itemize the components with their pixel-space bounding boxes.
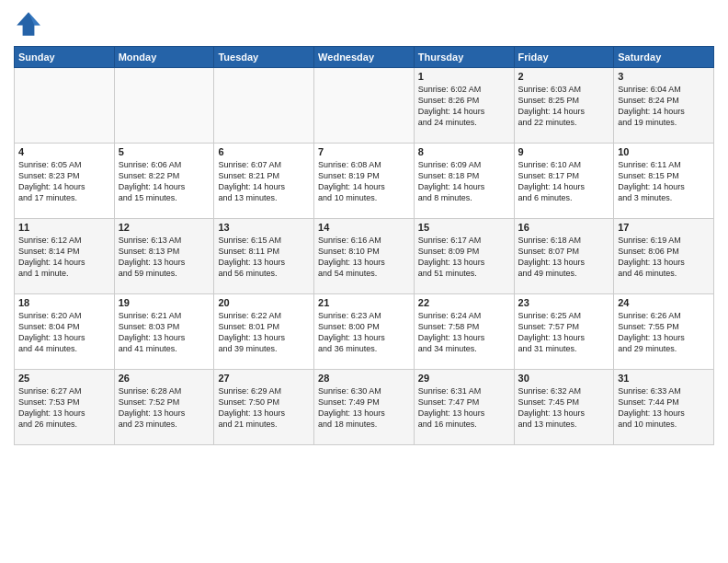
page-container: SundayMondayTuesdayWednesdayThursdayFrid… — [0, 0, 728, 454]
calendar-cell: 1Sunrise: 6:02 AM Sunset: 8:26 PM Daylig… — [414, 68, 514, 144]
cell-content: Sunrise: 6:13 AM Sunset: 8:13 PM Dayligh… — [119, 235, 210, 280]
calendar-cell — [214, 68, 314, 144]
day-number: 8 — [418, 146, 510, 157]
calendar-week-5: 25Sunrise: 6:27 AM Sunset: 7:53 PM Dayli… — [15, 370, 714, 445]
cell-content: Sunrise: 6:08 AM Sunset: 8:19 PM Dayligh… — [318, 159, 410, 204]
calendar-cell: 8Sunrise: 6:09 AM Sunset: 8:18 PM Daylig… — [414, 144, 514, 219]
cell-content: Sunrise: 6:29 AM Sunset: 7:50 PM Dayligh… — [218, 385, 310, 431]
header-cell-sunday: Sunday — [15, 47, 115, 68]
cell-content: Sunrise: 6:10 AM Sunset: 8:17 PM Dayligh… — [518, 159, 610, 204]
day-number: 1 — [418, 71, 510, 82]
calendar-cell — [15, 68, 115, 144]
page-header — [14, 9, 714, 39]
calendar-table: SundayMondayTuesdayWednesdayThursdayFrid… — [14, 46, 714, 445]
calendar-cell: 9Sunrise: 6:10 AM Sunset: 8:17 PM Daylig… — [514, 144, 614, 219]
day-number: 26 — [119, 373, 210, 384]
calendar-cell: 13Sunrise: 6:15 AM Sunset: 8:11 PM Dayli… — [214, 219, 314, 294]
cell-content: Sunrise: 6:18 AM Sunset: 8:07 PM Dayligh… — [518, 235, 610, 280]
day-number: 16 — [518, 222, 610, 233]
header-row: SundayMondayTuesdayWednesdayThursdayFrid… — [15, 47, 714, 68]
calendar-cell: 22Sunrise: 6:24 AM Sunset: 7:58 PM Dayli… — [414, 294, 514, 370]
header-cell-thursday: Thursday — [414, 47, 514, 68]
header-cell-wednesday: Wednesday — [314, 47, 415, 68]
calendar-cell: 31Sunrise: 6:33 AM Sunset: 7:44 PM Dayli… — [614, 370, 714, 445]
cell-content: Sunrise: 6:32 AM Sunset: 7:45 PM Dayligh… — [518, 385, 610, 431]
day-number: 23 — [518, 297, 610, 308]
day-number: 20 — [218, 297, 310, 308]
calendar-week-3: 11Sunrise: 6:12 AM Sunset: 8:14 PM Dayli… — [15, 219, 714, 294]
cell-content: Sunrise: 6:26 AM Sunset: 7:55 PM Dayligh… — [618, 310, 710, 355]
logo — [14, 9, 47, 39]
cell-content: Sunrise: 6:22 AM Sunset: 8:01 PM Dayligh… — [218, 310, 310, 355]
calendar-cell: 26Sunrise: 6:28 AM Sunset: 7:52 PM Dayli… — [114, 370, 214, 445]
calendar-cell: 6Sunrise: 6:07 AM Sunset: 8:21 PM Daylig… — [214, 144, 314, 219]
calendar-week-4: 18Sunrise: 6:20 AM Sunset: 8:04 PM Dayli… — [15, 294, 714, 370]
day-number: 22 — [418, 297, 510, 308]
day-number: 3 — [618, 71, 710, 82]
calendar-cell: 18Sunrise: 6:20 AM Sunset: 8:04 PM Dayli… — [15, 294, 115, 370]
calendar-cell: 12Sunrise: 6:13 AM Sunset: 8:13 PM Dayli… — [114, 219, 214, 294]
calendar-cell: 4Sunrise: 6:05 AM Sunset: 8:23 PM Daylig… — [15, 144, 115, 219]
day-number: 25 — [18, 373, 110, 384]
cell-content: Sunrise: 6:06 AM Sunset: 8:22 PM Dayligh… — [119, 159, 210, 204]
cell-content: Sunrise: 6:11 AM Sunset: 8:15 PM Dayligh… — [618, 159, 710, 204]
calendar-cell: 24Sunrise: 6:26 AM Sunset: 7:55 PM Dayli… — [614, 294, 714, 370]
calendar-cell: 3Sunrise: 6:04 AM Sunset: 8:24 PM Daylig… — [614, 68, 714, 144]
calendar-cell: 15Sunrise: 6:17 AM Sunset: 8:09 PM Dayli… — [414, 219, 514, 294]
calendar-cell: 14Sunrise: 6:16 AM Sunset: 8:10 PM Dayli… — [314, 219, 415, 294]
cell-content: Sunrise: 6:05 AM Sunset: 8:23 PM Dayligh… — [18, 159, 110, 204]
calendar-cell: 20Sunrise: 6:22 AM Sunset: 8:01 PM Dayli… — [214, 294, 314, 370]
cell-content: Sunrise: 6:19 AM Sunset: 8:06 PM Dayligh… — [618, 235, 710, 280]
cell-content: Sunrise: 6:02 AM Sunset: 8:26 PM Dayligh… — [418, 84, 510, 129]
cell-content: Sunrise: 6:16 AM Sunset: 8:10 PM Dayligh… — [318, 235, 410, 280]
day-number: 31 — [618, 373, 710, 384]
cell-content: Sunrise: 6:28 AM Sunset: 7:52 PM Dayligh… — [119, 385, 210, 431]
calendar-cell: 25Sunrise: 6:27 AM Sunset: 7:53 PM Dayli… — [15, 370, 115, 445]
day-number: 29 — [418, 373, 510, 384]
calendar-cell — [314, 68, 415, 144]
day-number: 28 — [318, 373, 410, 384]
day-number: 12 — [119, 222, 210, 233]
day-number: 18 — [18, 297, 110, 308]
calendar-cell: 17Sunrise: 6:19 AM Sunset: 8:06 PM Dayli… — [614, 219, 714, 294]
cell-content: Sunrise: 6:17 AM Sunset: 8:09 PM Dayligh… — [418, 235, 510, 280]
day-number: 11 — [18, 222, 110, 233]
calendar-cell: 30Sunrise: 6:32 AM Sunset: 7:45 PM Dayli… — [514, 370, 614, 445]
day-number: 13 — [218, 222, 310, 233]
cell-content: Sunrise: 6:27 AM Sunset: 7:53 PM Dayligh… — [18, 385, 110, 431]
cell-content: Sunrise: 6:07 AM Sunset: 8:21 PM Dayligh… — [218, 159, 310, 204]
day-number: 15 — [418, 222, 510, 233]
calendar-cell: 10Sunrise: 6:11 AM Sunset: 8:15 PM Dayli… — [614, 144, 714, 219]
day-number: 24 — [618, 297, 710, 308]
calendar-cell: 29Sunrise: 6:31 AM Sunset: 7:47 PM Dayli… — [414, 370, 514, 445]
cell-content: Sunrise: 6:25 AM Sunset: 7:57 PM Dayligh… — [518, 310, 610, 355]
day-number: 7 — [318, 146, 410, 157]
header-cell-friday: Friday — [514, 47, 614, 68]
cell-content: Sunrise: 6:31 AM Sunset: 7:47 PM Dayligh… — [418, 385, 510, 431]
calendar-cell: 16Sunrise: 6:18 AM Sunset: 8:07 PM Dayli… — [514, 219, 614, 294]
day-number: 21 — [318, 297, 410, 308]
day-number: 9 — [518, 146, 610, 157]
calendar-cell: 2Sunrise: 6:03 AM Sunset: 8:25 PM Daylig… — [514, 68, 614, 144]
calendar-cell: 28Sunrise: 6:30 AM Sunset: 7:49 PM Dayli… — [314, 370, 415, 445]
day-number: 30 — [518, 373, 610, 384]
cell-content: Sunrise: 6:24 AM Sunset: 7:58 PM Dayligh… — [418, 310, 510, 355]
cell-content: Sunrise: 6:21 AM Sunset: 8:03 PM Dayligh… — [119, 310, 210, 355]
calendar-week-2: 4Sunrise: 6:05 AM Sunset: 8:23 PM Daylig… — [15, 144, 714, 219]
calendar-cell: 7Sunrise: 6:08 AM Sunset: 8:19 PM Daylig… — [314, 144, 415, 219]
calendar-cell — [114, 68, 214, 144]
header-cell-tuesday: Tuesday — [214, 47, 314, 68]
day-number: 17 — [618, 222, 710, 233]
day-number: 2 — [518, 71, 610, 82]
calendar-cell: 27Sunrise: 6:29 AM Sunset: 7:50 PM Dayli… — [214, 370, 314, 445]
cell-content: Sunrise: 6:20 AM Sunset: 8:04 PM Dayligh… — [18, 310, 110, 355]
cell-content: Sunrise: 6:33 AM Sunset: 7:44 PM Dayligh… — [618, 385, 710, 431]
calendar-header: SundayMondayTuesdayWednesdayThursdayFrid… — [15, 47, 714, 68]
day-number: 27 — [218, 373, 310, 384]
day-number: 10 — [618, 146, 710, 157]
calendar-week-1: 1Sunrise: 6:02 AM Sunset: 8:26 PM Daylig… — [15, 68, 714, 144]
day-number: 4 — [18, 146, 110, 157]
header-cell-saturday: Saturday — [614, 47, 714, 68]
cell-content: Sunrise: 6:12 AM Sunset: 8:14 PM Dayligh… — [18, 235, 110, 280]
calendar-cell: 11Sunrise: 6:12 AM Sunset: 8:14 PM Dayli… — [15, 219, 115, 294]
